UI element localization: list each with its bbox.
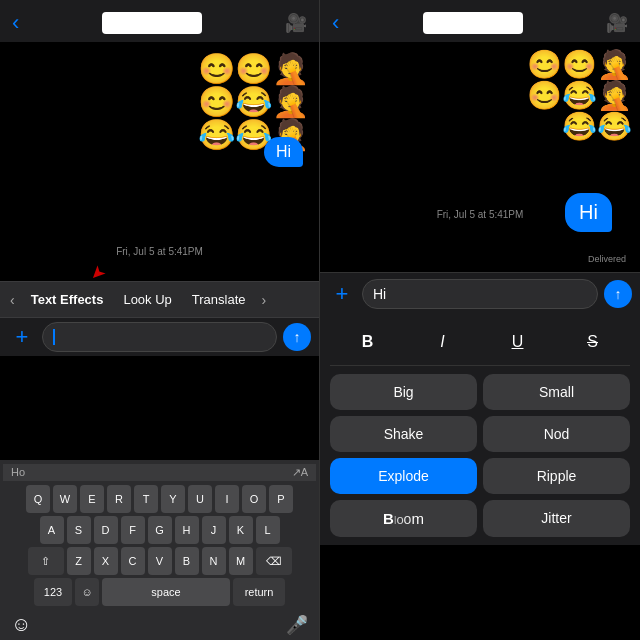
keyboard-top-bar: Ho ↗A: [3, 464, 316, 481]
rp-hi-message-bubble: Hi: [565, 193, 612, 232]
rp-delivered-status: Delivered: [588, 254, 626, 264]
rp-message-input-field[interactable]: Hi: [362, 279, 598, 309]
key-r[interactable]: R: [107, 485, 131, 513]
rp-emoji-cluster: 😊😊🤦 😊😂🤦 😂😂: [527, 50, 632, 142]
keyboard-top-text: Ho: [11, 466, 25, 479]
key-i[interactable]: I: [215, 485, 239, 513]
effect-small-button[interactable]: Small: [483, 374, 630, 410]
context-text-effects[interactable]: Text Effects: [21, 288, 114, 311]
keyboard: Ho ↗A Q W E R T Y U I O P A S D F G H J …: [0, 460, 319, 640]
effect-nod-button[interactable]: Nod: [483, 416, 630, 452]
strikethrough-button[interactable]: S: [575, 327, 611, 357]
key-t[interactable]: T: [134, 485, 158, 513]
key-k[interactable]: K: [229, 516, 253, 544]
contact-name-placeholder: [102, 12, 202, 34]
effect-jitter-button[interactable]: Jitter: [483, 500, 630, 537]
key-l[interactable]: L: [256, 516, 280, 544]
key-h[interactable]: H: [175, 516, 199, 544]
keyboard-row-3: ⇧ Z X C V B N M ⌫: [3, 547, 316, 575]
key-c[interactable]: C: [121, 547, 145, 575]
context-look-up[interactable]: Look Up: [113, 288, 181, 311]
effect-big-button[interactable]: Big: [330, 374, 477, 410]
video-call-icon[interactable]: 🎥: [285, 12, 307, 34]
key-shift[interactable]: ⇧: [28, 547, 64, 575]
left-header: ‹ 🎥: [0, 0, 319, 42]
key-m[interactable]: M: [229, 547, 253, 575]
message-input-field[interactable]: [42, 322, 277, 352]
bloom-text: Bloom: [383, 510, 424, 527]
key-x[interactable]: X: [94, 547, 118, 575]
keyboard-row-4: 123 ☺ space return: [3, 578, 316, 606]
rp-back-button[interactable]: ‹: [332, 10, 339, 36]
right-chat-area: 😊😊🤦 😊😂🤦 😂😂 Fri, Jul 5 at 5:41PM Hi Deliv…: [320, 42, 640, 272]
key-q[interactable]: Q: [26, 485, 50, 513]
key-y[interactable]: Y: [161, 485, 185, 513]
right-header: ‹ 🎥: [320, 0, 640, 42]
key-v[interactable]: V: [148, 547, 172, 575]
key-s[interactable]: S: [67, 516, 91, 544]
right-phone-panel: ‹ 🎥 😊😊🤦 😊😂🤦 😂😂 Fri, Jul 5 at 5:41PM Hi D…: [320, 0, 640, 640]
rp-add-attachment-button[interactable]: +: [328, 280, 356, 308]
key-123[interactable]: 123: [34, 578, 72, 606]
effect-bloom-button[interactable]: Bloom: [330, 500, 477, 537]
keyboard-aa-button[interactable]: ↗A: [292, 466, 308, 479]
left-phone-panel: ‹ 🎥 😊😊🤦 😊😂🤦 😂😂🤦 Fri, Jul 5 at 5:41PM Hi …: [0, 0, 320, 640]
key-j[interactable]: J: [202, 516, 226, 544]
key-b[interactable]: B: [175, 547, 199, 575]
key-p[interactable]: P: [269, 485, 293, 513]
format-buttons-row: B I U S: [330, 323, 630, 366]
rp-input-text: Hi: [373, 286, 386, 302]
effect-shake-button[interactable]: Shake: [330, 416, 477, 452]
effect-explode-button[interactable]: Explode: [330, 458, 477, 494]
key-f[interactable]: F: [121, 516, 145, 544]
key-d[interactable]: D: [94, 516, 118, 544]
italic-button[interactable]: I: [425, 327, 461, 357]
send-button[interactable]: ↑: [283, 323, 311, 351]
microphone-icon[interactable]: 🎤: [286, 614, 308, 636]
key-emoji[interactable]: ☺: [75, 578, 99, 606]
left-input-bar: + ↑: [0, 318, 319, 356]
key-z[interactable]: Z: [67, 547, 91, 575]
text-effects-panel: B I U S Big Small Shake Nod Explode Ripp…: [320, 315, 640, 545]
underline-button[interactable]: U: [500, 327, 536, 357]
effect-ripple-button[interactable]: Ripple: [483, 458, 630, 494]
timestamp: Fri, Jul 5 at 5:41PM: [0, 246, 319, 257]
key-w[interactable]: W: [53, 485, 77, 513]
key-return[interactable]: return: [233, 578, 285, 606]
key-n[interactable]: N: [202, 547, 226, 575]
key-o[interactable]: O: [242, 485, 266, 513]
rp-send-button[interactable]: ↑: [604, 280, 632, 308]
bold-button[interactable]: B: [350, 327, 386, 357]
context-left-arrow[interactable]: ‹: [4, 292, 21, 308]
cursor: [53, 329, 55, 345]
back-button[interactable]: ‹: [12, 10, 19, 36]
key-u[interactable]: U: [188, 485, 212, 513]
hi-message-bubble: Hi: [264, 137, 303, 167]
context-menu-bar: ‹ Text Effects Look Up Translate ›: [0, 281, 319, 318]
rp-video-call-icon[interactable]: 🎥: [606, 12, 628, 34]
key-g[interactable]: G: [148, 516, 172, 544]
rp-contact-name-placeholder: [423, 12, 523, 34]
keyboard-row-1: Q W E R T Y U I O P: [3, 485, 316, 513]
emoji-picker-icon[interactable]: ☺: [11, 613, 31, 636]
keyboard-row-2: A S D F G H J K L: [3, 516, 316, 544]
context-translate[interactable]: Translate: [182, 288, 256, 311]
key-space[interactable]: space: [102, 578, 230, 606]
context-right-arrow[interactable]: ›: [256, 292, 273, 308]
add-attachment-button[interactable]: +: [8, 323, 36, 351]
right-input-bar: + Hi ↑: [320, 272, 640, 315]
effects-grid: Big Small Shake Nod Explode Ripple Bloom…: [330, 374, 630, 537]
key-delete[interactable]: ⌫: [256, 547, 292, 575]
key-e[interactable]: E: [80, 485, 104, 513]
key-a[interactable]: A: [40, 516, 64, 544]
